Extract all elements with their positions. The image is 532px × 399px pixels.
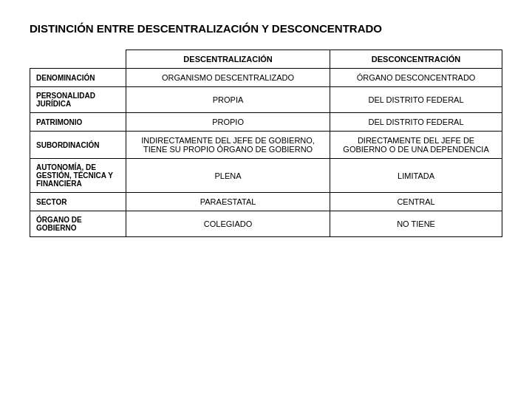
table-row: AUTONOMÍA, DE GESTIÓN, TÉCNICA Y FINANCI…	[30, 159, 502, 193]
row-col2-6: NO TIENE	[330, 211, 502, 237]
row-col1-0: ORGANISMO DESCENTRALIZADO	[126, 69, 330, 87]
row-label-3: SUBORDINACIÓN	[30, 132, 126, 159]
row-col1-3: INDIRECTAMENTE DEL JEFE DE GOBIERNO, TIE…	[126, 132, 330, 159]
row-label-0: DENOMINACIÓN	[30, 69, 126, 87]
table-row: PERSONALIDAD JURÍDICAPROPIADEL DISTRITO …	[30, 87, 502, 113]
row-col2-1: DEL DISTRITO FEDERAL	[330, 87, 502, 113]
row-col1-6: COLEGIADO	[126, 211, 330, 237]
row-col1-2: PROPIO	[126, 113, 330, 132]
header-col2: DESCONCENTRACIÓN	[330, 50, 502, 69]
row-col2-4: LIMITADA	[330, 159, 502, 193]
table-row: PATRIMONIOPROPIODEL DISTRITO FEDERAL	[30, 113, 502, 132]
row-col2-3: DIRECTAMENTE DEL JEFE DE GOBIERNO O DE U…	[330, 132, 502, 159]
header-col1: DESCENTRALIZACIÓN	[126, 50, 330, 69]
row-label-2: PATRIMONIO	[30, 113, 126, 132]
table-row: SECTORPARAESTATALCENTRAL	[30, 193, 502, 211]
row-label-5: SECTOR	[30, 193, 126, 211]
comparison-table: DESCENTRALIZACIÓN DESCONCENTRACIÓN DENOM…	[30, 50, 502, 237]
page-title: DISTINCIÓN ENTRE DESCENTRALIZACIÓN Y DES…	[30, 22, 502, 35]
row-label-4: AUTONOMÍA, DE GESTIÓN, TÉCNICA Y FINANCI…	[30, 159, 126, 193]
table-corner	[30, 50, 126, 69]
row-col2-2: DEL DISTRITO FEDERAL	[330, 113, 502, 132]
table-row: SUBORDINACIÓNINDIRECTAMENTE DEL JEFE DE …	[30, 132, 502, 159]
row-col2-5: CENTRAL	[330, 193, 502, 211]
row-col1-5: PARAESTATAL	[126, 193, 330, 211]
table-row: DENOMINACIÓNORGANISMO DESCENTRALIZADOÓRG…	[30, 69, 502, 87]
row-col1-1: PROPIA	[126, 87, 330, 113]
row-col1-4: PLENA	[126, 159, 330, 193]
table-row: ÓRGANO DE GOBIERNOCOLEGIADONO TIENE	[30, 211, 502, 237]
row-label-1: PERSONALIDAD JURÍDICA	[30, 87, 126, 113]
row-label-6: ÓRGANO DE GOBIERNO	[30, 211, 126, 237]
row-col2-0: ÓRGANO DESCONCENTRADO	[330, 69, 502, 87]
